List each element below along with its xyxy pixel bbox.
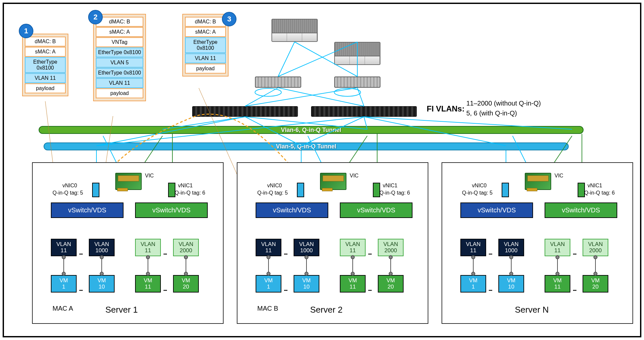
vlan5-tunnel: Vlan-5, Q-in-Q Tunnel [44, 142, 569, 150]
svg-point-42 [184, 272, 188, 275]
svg-point-33 [62, 272, 65, 275]
packet2-badge: 2 [88, 10, 103, 24]
svg-point-36 [100, 272, 103, 275]
server-title: Server N [515, 305, 549, 315]
svg-point-41 [184, 256, 188, 259]
svg-line-4 [245, 88, 278, 106]
packet-field: dMAC: B [96, 17, 143, 27]
mac-label: MAC A [53, 305, 73, 312]
packet-field: VLAN 11 [185, 53, 226, 63]
svg-point-59 [510, 256, 513, 259]
svg-point-8 [255, 88, 281, 96]
mid-switch-left [255, 77, 301, 88]
packet-field: dMAC: B [185, 17, 226, 27]
svg-point-50 [351, 256, 354, 259]
packet2: dMAC: BsMAC: AVNTagEtherType 0x8100VLAN … [93, 14, 146, 101]
packet-field: sMAC: A [25, 47, 66, 57]
fabric-interconnect-left [192, 106, 298, 117]
fi-vlans-line2: 5, 6 (with Q-in-Q) [466, 109, 517, 117]
vlan5-tunnel-label: Vlan-5, Q-in-Q Tunnel [276, 143, 337, 150]
svg-point-66 [594, 272, 597, 275]
packet3: dMAC: BsMAC: AEtherType 0x8100VLAN 11pay… [182, 14, 229, 77]
fi-vlans-label: FI VLANs: [427, 104, 465, 113]
diagram-frame: FI VLANs: 11–2000 (without Q-in-Q) 5, 6 … [3, 3, 641, 337]
packet-field: VLAN 11 [96, 78, 143, 88]
svg-point-53 [389, 256, 392, 259]
mid-switch-right [334, 77, 380, 88]
svg-point-51 [351, 272, 354, 275]
server-title: Server 1 [105, 305, 138, 315]
svg-line-7 [357, 88, 364, 106]
packet-field: sMAC: A [96, 27, 143, 37]
upstream-device-right [334, 42, 380, 65]
packet-field: VNTag [96, 37, 143, 47]
svg-line-6 [245, 88, 357, 106]
fabric-interconnect-right [311, 106, 417, 117]
upstream-device-left [271, 19, 318, 42]
svg-point-60 [510, 272, 513, 275]
packet-field: EtherType 0x8100 [185, 37, 226, 53]
packet-field: VLAN 11 [25, 73, 66, 83]
svg-line-0 [278, 42, 295, 77]
packet-field: VLAN 5 [96, 58, 143, 68]
server-title: Server 2 [310, 305, 342, 315]
svg-point-44 [267, 256, 270, 259]
fi-vlans-line1: 11–2000 (without Q-in-Q) [466, 100, 541, 107]
svg-point-63 [556, 272, 559, 275]
vlan6-tunnel: Vlan-6, Q-in-Q Tunnel [39, 126, 584, 134]
svg-point-48 [305, 272, 308, 275]
svg-point-35 [100, 256, 103, 259]
svg-point-38 [146, 256, 150, 259]
server-box: vNIC0 Q-in-Q tag: 5 VIC vNIC1 Q-in-Q tag… [32, 162, 224, 324]
svg-point-9 [334, 88, 361, 96]
packet-field: EtherType 0x8100 [96, 47, 143, 57]
server-box: vNIC0 Q-in-Q tag: 5 VIC vNIC1 Q-in-Q tag… [442, 162, 633, 324]
svg-point-39 [146, 272, 150, 275]
svg-point-32 [62, 256, 65, 259]
svg-point-47 [305, 256, 308, 259]
svg-point-57 [472, 272, 475, 275]
packet-field: dMAC: B [25, 37, 66, 46]
packet-field: sMAC: A [185, 27, 226, 37]
mac-label: MAC B [257, 305, 278, 312]
svg-point-54 [389, 272, 392, 275]
svg-line-5 [278, 88, 364, 106]
packet-field: payload [25, 83, 66, 93]
packet3-badge: 3 [222, 12, 236, 26]
packet-field: payload [96, 88, 143, 98]
server-box: vNIC0 Q-in-Q tag: 5 VIC vNIC1 Q-in-Q tag… [237, 162, 428, 324]
svg-point-45 [267, 272, 270, 275]
vlan6-tunnel-label: Vlan-6, Q-in-Q Tunnel [281, 127, 341, 134]
packet-field: payload [185, 64, 226, 74]
packet-field: EtherType 0x8100 [25, 57, 66, 73]
svg-point-65 [594, 256, 597, 259]
svg-point-62 [556, 256, 559, 259]
packet1-badge: 1 [19, 24, 33, 38]
packet-field: EtherType 0x8100 [96, 68, 143, 78]
svg-point-56 [472, 256, 475, 259]
packet1: dMAC: BsMAC: AEtherType 0x8100VLAN 11pay… [22, 34, 68, 96]
